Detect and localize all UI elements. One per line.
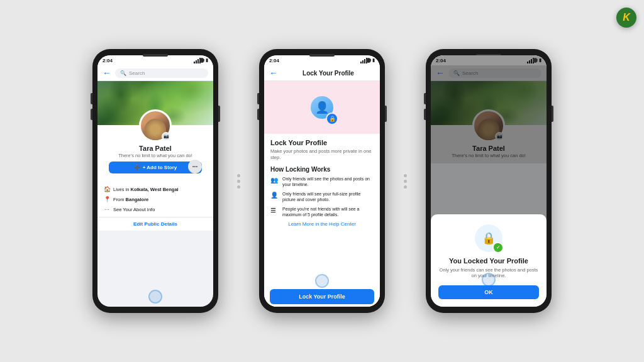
phone-3: 2:04 ▾ ▮ ← 🔍 Search bbox=[426, 49, 552, 313]
search-box-1[interactable]: 🔍 Search bbox=[115, 69, 208, 78]
wifi-icon: ▾ bbox=[202, 58, 204, 63]
status-bar-1: 2:04 ▾ ▮ bbox=[97, 55, 213, 65]
lock-feature-3: ☰ People you're not friends with will se… bbox=[270, 206, 374, 217]
signal-icon-2 bbox=[360, 58, 367, 63]
lock-symbol: 🔒 bbox=[329, 116, 336, 122]
phones-container: 2:04 ▾ ▮ ← 🔍 Search bbox=[80, 36, 564, 326]
from-label: From Bangalore bbox=[113, 197, 148, 202]
time-1: 2:04 bbox=[103, 58, 113, 63]
locked-overlay: 🔒 ✓ You Locked Your Profile Only your fr… bbox=[431, 55, 547, 307]
from-location: Bangalore bbox=[126, 197, 149, 202]
list-icon-3: ☰ bbox=[270, 207, 279, 214]
edit-public-link[interactable]: Edit Public Details bbox=[97, 217, 213, 231]
nav-bar-1: ← 🔍 Search bbox=[97, 65, 213, 81]
lock-success-icon: 🔒 ✓ bbox=[475, 224, 502, 252]
search-icon-1: 🔍 bbox=[120, 70, 126, 76]
profile-icon-2: 👤 bbox=[270, 192, 279, 199]
location-icon: 📍 bbox=[104, 196, 110, 202]
nav-bar-2: ← Lock Your Profile bbox=[264, 65, 380, 81]
lock-nav-title: Lock Your Profile bbox=[282, 70, 375, 77]
dot-4 bbox=[404, 174, 407, 177]
touch-indicator-3 bbox=[482, 273, 496, 287]
dot-3 bbox=[237, 185, 240, 189]
battery-icon-2: ▮ bbox=[372, 58, 375, 63]
camera-icon-1[interactable]: 📷 bbox=[162, 132, 170, 141]
user-name-1: Tara Patel bbox=[139, 145, 172, 152]
how-locking-works-title: How Locking Works bbox=[270, 166, 374, 173]
brand-letter: K bbox=[623, 12, 630, 23]
phone-2-screen: 2:04 ▾ ▮ ← Lock Your Profile bbox=[264, 55, 380, 307]
lock-screen: 👤 🔒 Lock Your Profile Make your photos a… bbox=[264, 81, 380, 307]
lock-subtitle: Make your photos and posts more private … bbox=[270, 148, 374, 161]
more-options-button[interactable]: ··· bbox=[188, 160, 202, 173]
checkmark-badge: ✓ bbox=[492, 242, 502, 252]
phone-1: 2:04 ▾ ▮ ← 🔍 Search bbox=[92, 49, 218, 313]
lock-badge-icon: 🔒 bbox=[326, 112, 338, 125]
lives-label: Lives in Kolkata, West Bengal bbox=[113, 187, 179, 192]
feature-text-1: Only friends will see the photos and pos… bbox=[282, 176, 374, 187]
add-to-story-label: + Add to Story bbox=[143, 165, 177, 170]
help-center-link[interactable]: Learn More in the Help Center bbox=[270, 221, 374, 227]
touch-indicator-2 bbox=[315, 274, 329, 288]
phone-1-screen: 2:04 ▾ ▮ ← 🔍 Search bbox=[97, 55, 213, 307]
dot-1 bbox=[237, 174, 240, 177]
from-info: 📍 From Bangalore bbox=[104, 194, 207, 204]
phone-3-screen: 2:04 ▾ ▮ ← 🔍 Search bbox=[431, 55, 547, 307]
status-icons-2: ▾ ▮ bbox=[360, 58, 375, 63]
locked-modal: 🔒 ✓ You Locked Your Profile Only your fr… bbox=[431, 214, 547, 307]
dot-5 bbox=[404, 180, 407, 183]
divider-1 bbox=[237, 174, 240, 189]
status-bar-2: 2:04 ▾ ▮ bbox=[264, 55, 380, 65]
friends-icon-1: 👥 bbox=[270, 177, 279, 184]
lives-info: 🏠 Lives in Kolkata, West Bengal bbox=[104, 184, 207, 194]
plus-icon: ➕ bbox=[134, 165, 140, 170]
signal-icon bbox=[194, 58, 201, 63]
lives-location: Kolkata, West Bengal bbox=[131, 187, 179, 192]
back-button-1[interactable]: ← bbox=[103, 68, 111, 78]
locked-title: You Locked Your Profile bbox=[438, 257, 539, 265]
user-bio-1: There's no limit to what you can do! bbox=[118, 153, 192, 158]
lock-hero: 👤 🔒 bbox=[264, 81, 380, 134]
dot-2 bbox=[237, 180, 240, 183]
status-icons-1: ▾ ▮ bbox=[194, 58, 208, 63]
phone-2: 2:04 ▾ ▮ ← Lock Your Profile bbox=[259, 49, 385, 313]
profile-section-1: 📷 Tara Patel There's no limit to what yo… bbox=[97, 125, 213, 182]
home-icon: 🏠 bbox=[104, 186, 110, 192]
wifi-icon-2: ▾ bbox=[369, 58, 371, 63]
lock-content: Lock Your Profile Make your photos and p… bbox=[264, 134, 380, 287]
feature-text-2: Only friends will see your full-size pro… bbox=[282, 191, 374, 202]
lock-feature-2: 👤 Only friends will see your full-size p… bbox=[270, 191, 374, 202]
touch-indicator-1 bbox=[148, 290, 162, 304]
dots-icon: ··· bbox=[104, 206, 110, 212]
see-about-label: See Your About Info bbox=[113, 207, 155, 212]
search-placeholder-1: Search bbox=[129, 70, 145, 76]
lock-feature-1: 👥 Only friends will see the photos and p… bbox=[270, 176, 374, 187]
brand-logo: K bbox=[616, 8, 636, 28]
profile-pic-wrapper-1: 📷 bbox=[139, 109, 172, 142]
dot-6 bbox=[404, 185, 407, 189]
divider-2 bbox=[404, 174, 407, 189]
lock-profile-button[interactable]: Lock Your Profile bbox=[270, 289, 374, 304]
ok-button[interactable]: OK bbox=[438, 285, 539, 299]
time-2: 2:04 bbox=[269, 58, 279, 63]
back-button-2[interactable]: ← bbox=[269, 68, 278, 78]
feature-text-3: People you're not friends with will see … bbox=[282, 206, 374, 217]
person-silhouette: 👤 bbox=[315, 101, 329, 114]
lock-heading: Lock Your Profile bbox=[270, 139, 374, 146]
battery-icon: ▮ bbox=[206, 58, 208, 63]
about-info[interactable]: ··· See Your About Info bbox=[104, 204, 207, 214]
profile-info-1: 🏠 Lives in Kolkata, West Bengal 📍 From B… bbox=[97, 182, 213, 217]
